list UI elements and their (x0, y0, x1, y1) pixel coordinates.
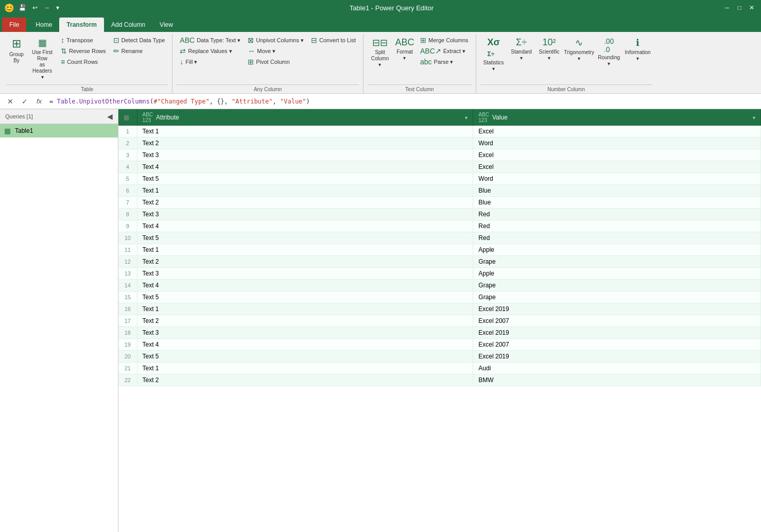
scientific-button[interactable]: 10² Scientific ▾ (536, 35, 563, 63)
value-cell[interactable]: Blue (473, 197, 761, 209)
detect-data-type-button[interactable]: ⊡ Detect Data Type (110, 35, 168, 45)
attribute-cell[interactable]: Text 4 (137, 161, 473, 173)
value-cell[interactable]: Excel (473, 149, 761, 161)
save-btn[interactable]: 💾 (16, 3, 28, 12)
fx-button[interactable]: fx (33, 95, 45, 108)
attribute-cell[interactable]: Text 2 (137, 197, 473, 209)
information-button[interactable]: ℹ Information ▾ (624, 35, 652, 64)
table-row[interactable]: 2Text 2Word (118, 138, 761, 149)
table-row[interactable]: 19Text 4Excel 2007 (118, 339, 761, 351)
value-cell[interactable]: Excel (473, 161, 761, 173)
merge-columns-button[interactable]: ⊞ Merge Columns (417, 35, 472, 45)
value-cell[interactable]: Red (473, 232, 761, 244)
attribute-cell[interactable]: Text 1 (137, 126, 473, 138)
statistics-button[interactable]: XσΣ÷ Statistics ▾ (480, 35, 507, 74)
value-cell[interactable]: Excel 2019 (473, 327, 761, 339)
reverse-rows-button[interactable]: ⇅ Reverse Rows (58, 46, 109, 56)
value-cell[interactable]: Word (473, 173, 761, 185)
value-cell[interactable]: Excel (473, 126, 761, 138)
attribute-cell[interactable]: Text 2 (137, 374, 473, 386)
dropdown-btn[interactable]: ▾ (54, 3, 61, 12)
value-cell[interactable]: Grape (473, 291, 761, 303)
attribute-cell[interactable]: Text 4 (137, 220, 473, 232)
minimize-btn[interactable]: ─ (722, 3, 732, 13)
table-row[interactable]: 18Text 3Excel 2019 (118, 327, 761, 339)
value-cell[interactable]: Red (473, 220, 761, 232)
table-row[interactable]: 4Text 4Excel (118, 161, 761, 173)
attribute-cell[interactable]: Text 1 (137, 185, 473, 197)
value-cell[interactable]: Blue (473, 185, 761, 197)
attribute-cell[interactable]: Text 3 (137, 268, 473, 280)
count-rows-button[interactable]: ≡ Count Rows (58, 57, 109, 67)
value-cell[interactable]: BMW (473, 374, 761, 386)
table-row[interactable]: 17Text 2Excel 2007 (118, 315, 761, 327)
table-row[interactable]: 10Text 5Red (118, 232, 761, 244)
attribute-cell[interactable]: Text 5 (137, 173, 473, 185)
attribute-dropdown[interactable]: ▾ (465, 115, 468, 121)
rounding-button[interactable]: .00.0 Rounding ▾ (596, 35, 622, 69)
value-cell[interactable]: Grape (473, 256, 761, 268)
attribute-cell[interactable]: Text 3 (137, 209, 473, 220)
cancel-formula-btn[interactable]: ✕ (4, 95, 16, 108)
transpose-button[interactable]: ↕ Transpose (58, 35, 109, 45)
table-row[interactable]: 14Text 4Grape (118, 280, 761, 291)
table-row[interactable]: 6Text 1Blue (118, 185, 761, 197)
split-column-button[interactable]: ⊟⊟ SplitColumn ▾ (368, 35, 392, 70)
replace-values-button[interactable]: ⇄ Replace Values ▾ (177, 46, 244, 56)
table-row[interactable]: 7Text 2Blue (118, 197, 761, 209)
attribute-cell[interactable]: Text 2 (137, 138, 473, 149)
value-cell[interactable]: Red (473, 209, 761, 220)
confirm-formula-btn[interactable]: ✓ (19, 95, 31, 108)
maximize-btn[interactable]: □ (734, 3, 745, 13)
attribute-cell[interactable]: Text 4 (137, 280, 473, 291)
redo-btn[interactable]: → (42, 3, 52, 12)
value-cell[interactable]: Audi (473, 363, 761, 374)
table-row[interactable]: 8Text 3Red (118, 209, 761, 220)
value-cell[interactable]: Excel 2019 (473, 351, 761, 363)
value-cell[interactable]: Apple (473, 244, 761, 256)
value-column-header[interactable]: ABC123 Value ▾ (473, 109, 761, 126)
pivot-column-button[interactable]: ⊞ Pivot Column (245, 57, 307, 67)
undo-btn[interactable]: ↩ (30, 3, 40, 12)
table-row[interactable]: 15Text 5Grape (118, 291, 761, 303)
tab-view[interactable]: View (152, 18, 180, 32)
value-cell[interactable]: Word (473, 138, 761, 149)
table-row[interactable]: 21Text 1Audi (118, 363, 761, 374)
value-dropdown[interactable]: ▾ (753, 115, 755, 121)
table-row[interactable]: 12Text 2Grape (118, 256, 761, 268)
table-row[interactable]: 3Text 3Excel (118, 149, 761, 161)
group-by-button[interactable]: ⊞ GroupBy (6, 35, 27, 66)
format-button[interactable]: ABC Format ▾ (393, 35, 416, 63)
sidebar-collapse-btn[interactable]: ◀ (107, 112, 113, 121)
table-row[interactable]: 11Text 1Apple (118, 244, 761, 256)
attribute-cell[interactable]: Text 5 (137, 232, 473, 244)
attribute-cell[interactable]: Text 3 (137, 149, 473, 161)
attribute-cell[interactable]: Text 5 (137, 291, 473, 303)
value-cell[interactable]: Excel 2019 (473, 303, 761, 315)
tab-file[interactable]: File (2, 18, 26, 32)
fill-button[interactable]: ↓ Fill ▾ (177, 57, 244, 67)
formula-input[interactable]: = Table.UnpivotOtherColumns(#"Changed Ty… (49, 98, 757, 105)
value-cell[interactable]: Grape (473, 280, 761, 291)
value-cell[interactable]: Apple (473, 268, 761, 280)
data-type-button[interactable]: ABC Data Type: Text ▾ (177, 35, 244, 45)
attribute-column-header[interactable]: ABC123 Attribute ▾ (137, 109, 473, 126)
attribute-cell[interactable]: Text 2 (137, 315, 473, 327)
table-row[interactable]: 20Text 5Excel 2019 (118, 351, 761, 363)
value-cell[interactable]: Excel 2007 (473, 339, 761, 351)
attribute-cell[interactable]: Text 1 (137, 244, 473, 256)
table-row[interactable]: 13Text 3Apple (118, 268, 761, 280)
use-first-row-button[interactable]: ▦ Use First Rowas Headers ▾ (28, 35, 57, 82)
attribute-cell[interactable]: Text 4 (137, 339, 473, 351)
table-row[interactable]: 22Text 2BMW (118, 374, 761, 386)
tab-transform[interactable]: Transform (59, 18, 104, 32)
sidebar-item-table1[interactable]: ▦ Table1 (0, 124, 118, 138)
tab-add-column[interactable]: Add Column (104, 18, 152, 32)
table-row[interactable]: 9Text 4Red (118, 220, 761, 232)
convert-to-list-button[interactable]: ⊟ Convert to List (308, 35, 359, 45)
standard-button[interactable]: Σ÷ Standard ▾ (508, 35, 535, 63)
attribute-cell[interactable]: Text 3 (137, 327, 473, 339)
parse-button[interactable]: abc Parse ▾ (417, 57, 472, 67)
attribute-cell[interactable]: Text 1 (137, 363, 473, 374)
attribute-cell[interactable]: Text 1 (137, 303, 473, 315)
